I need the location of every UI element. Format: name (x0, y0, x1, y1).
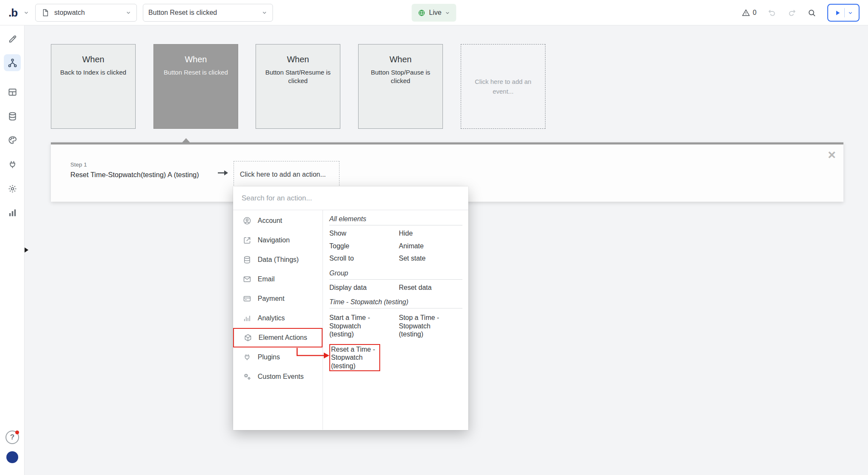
workflow-selector[interactable]: Button Reset is clicked (143, 4, 273, 22)
preview-button[interactable] (827, 4, 860, 22)
action-search-row (233, 186, 468, 210)
workflow-selector-value: Button Reset is clicked (148, 9, 257, 17)
category-email[interactable]: Email (233, 269, 323, 289)
divider (844, 8, 845, 17)
sidebar-item-plugins[interactable] (4, 156, 21, 173)
add-event-placeholder[interactable]: Click here to add an event... (461, 44, 545, 129)
undo-icon[interactable] (768, 8, 776, 17)
navigation-icon (242, 236, 252, 244)
action-item-scroll-to[interactable]: Scroll to (329, 254, 399, 263)
category-label: Plugins (258, 353, 280, 361)
action-item-display-data[interactable]: Display data (329, 283, 399, 292)
event-subtitle: Button Stop/Pause is clicked (359, 68, 442, 86)
email-icon (242, 275, 252, 283)
sidebar-item-styles[interactable] (4, 131, 21, 148)
action-item-stop-stopwatch[interactable]: Stop a Time - Stopwatch (testing) (399, 314, 450, 339)
category-analytics[interactable]: Analytics (233, 308, 323, 328)
action-item-reset-stopwatch[interactable]: Reset a Time - Stopwatch (testing) (329, 344, 380, 372)
sidebar-item-settings[interactable] (4, 180, 21, 197)
action-search-input[interactable] (233, 194, 468, 203)
section-header-stopwatch: Time - Stopwatch (testing) (329, 297, 462, 308)
section-items: Show Hide Toggle Animate Scroll to Set s… (329, 225, 462, 264)
credit-card-icon (242, 294, 252, 303)
category-navigation[interactable]: Navigation (233, 231, 323, 250)
section-items: Start a Time - Stopwatch (testing) Stop … (329, 308, 462, 373)
close-icon[interactable]: × (828, 148, 836, 161)
event-subtitle: Button Reset is clicked (154, 68, 238, 77)
category-label: Element Actions (259, 334, 307, 342)
action-item-animate[interactable]: Animate (399, 242, 462, 250)
category-label: Email (258, 275, 275, 283)
category-label: Navigation (258, 236, 290, 244)
event-title: When (51, 55, 135, 64)
page-selector-value: stopwatch (54, 9, 121, 17)
selected-event-pointer (182, 138, 190, 142)
plug-icon (242, 353, 252, 361)
workflow-icon (8, 58, 17, 68)
event-card[interactable]: When Button Start/Resume is clicked (256, 44, 340, 129)
event-subtitle: Button Start/Resume is clicked (256, 68, 340, 86)
category-custom-events[interactable]: Custom Events (233, 367, 323, 386)
category-label: Data (Things) (258, 256, 299, 264)
event-title: When (256, 55, 340, 64)
add-action-placeholder[interactable]: Click here to add an action... (234, 161, 339, 188)
category-account[interactable]: Account (233, 211, 323, 231)
element-actions-icon (243, 333, 253, 342)
category-label: Account (258, 217, 282, 225)
action-item-set-state[interactable]: Set state (399, 254, 462, 263)
account-icon (242, 217, 252, 225)
live-version-button[interactable]: Live (412, 4, 456, 22)
redo-icon[interactable] (787, 8, 796, 17)
category-label: Custom Events (258, 373, 303, 381)
event-card-selected[interactable]: When Button Reset is clicked (153, 44, 238, 129)
event-title: When (359, 55, 442, 64)
action-item-show[interactable]: Show (329, 229, 399, 238)
analytics-icon (242, 314, 252, 322)
gear-icon (8, 184, 17, 194)
gears-icon (242, 372, 252, 381)
category-data-things[interactable]: Data (Things) (233, 250, 323, 269)
category-plugins[interactable]: Plugins (233, 347, 323, 367)
section-header-all-elements: All elements (329, 214, 462, 225)
action-item-start-stopwatch[interactable]: Start a Time - Stopwatch (testing) (329, 314, 380, 339)
issues-indicator[interactable]: 0 (742, 8, 757, 17)
database-icon (242, 256, 252, 264)
section-header-group: Group (329, 268, 462, 280)
event-card[interactable]: When Back to Index is clicked (51, 44, 136, 129)
layouts-icon (8, 87, 17, 97)
event-subtitle: Back to Index is clicked (51, 68, 135, 77)
play-icon (834, 9, 841, 17)
pencil-icon (8, 34, 17, 44)
logo-chevron-down-icon[interactable] (23, 10, 29, 16)
section-items: Display data Reset data (329, 280, 462, 294)
bubble-logo[interactable]: .b (8, 6, 17, 19)
sidebar-item-layouts[interactable] (4, 83, 21, 100)
step-label: Step 1 (70, 161, 87, 168)
step-title[interactable]: Reset Time-Stopwatch(testing) A (testing… (70, 171, 199, 179)
warning-icon (742, 8, 750, 17)
action-item-hide[interactable]: Hide (399, 229, 462, 238)
globe-icon (417, 9, 426, 17)
action-item-reset-data[interactable]: Reset data (399, 283, 462, 292)
action-category-list: Account Navigation Data (Things) Email P… (233, 210, 323, 430)
category-payment[interactable]: Payment (233, 289, 323, 308)
avatar[interactable] (6, 451, 18, 463)
panel-expand-handle[interactable] (25, 247, 28, 253)
search-icon[interactable] (807, 8, 816, 17)
help-button[interactable]: ? (6, 431, 19, 444)
event-card[interactable]: When Button Stop/Pause is clicked (358, 44, 443, 129)
sidebar-item-workflow[interactable] (4, 54, 21, 71)
workflow-canvas: When Back to Index is clicked When Butto… (25, 25, 868, 475)
sidebar-item-design[interactable] (4, 30, 21, 47)
sidebar-item-logs[interactable] (4, 204, 21, 221)
action-picker-popup: Account Navigation Data (Things) Email P… (233, 186, 468, 430)
category-label: Payment (258, 295, 284, 303)
event-title: When (154, 55, 238, 64)
plug-icon (8, 160, 17, 169)
sidebar-item-data[interactable] (4, 108, 21, 125)
page-selector[interactable]: stopwatch (35, 4, 137, 22)
action-item-toggle[interactable]: Toggle (329, 242, 399, 250)
category-element-actions[interactable]: Element Actions (233, 328, 323, 347)
live-label: Live (429, 9, 441, 17)
category-label: Analytics (258, 314, 285, 322)
